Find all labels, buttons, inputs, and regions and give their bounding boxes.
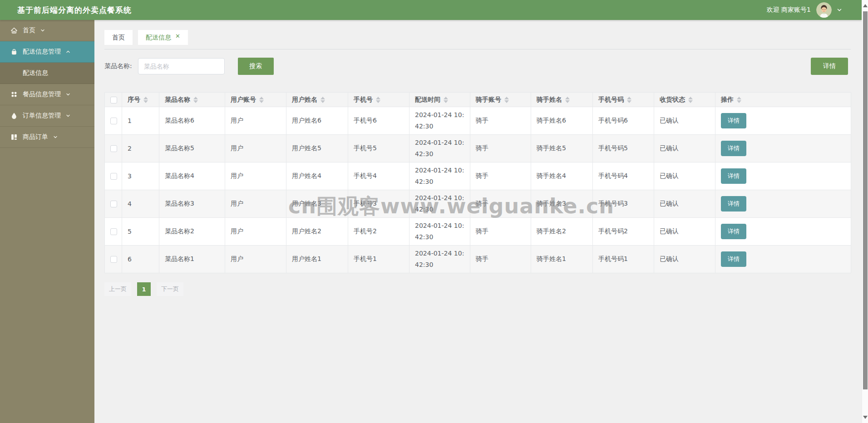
table-header: 序号菜品名称用户账号用户姓名手机号配送时间骑手账号骑手姓名手机号码收货状态操作	[105, 93, 851, 107]
cell-phone: 手机号6	[348, 107, 409, 135]
row-checkbox[interactable]	[110, 173, 117, 180]
row-checkbox[interactable]	[110, 256, 117, 263]
cell-dish-name: 菜品名称6	[159, 107, 225, 135]
cell-rider-phone: 手机号码2	[593, 218, 654, 246]
column-header[interactable]: 菜品名称	[159, 93, 225, 107]
cell-rider-account: 骑手	[470, 190, 531, 218]
chevron-down-icon	[40, 28, 45, 33]
sidebar-item-meal-manage[interactable]: 餐品信息管理	[0, 84, 94, 105]
column-header[interactable]: 骑手姓名	[531, 93, 593, 107]
select-all-checkbox[interactable]	[110, 97, 117, 103]
column-header-label: 菜品名称	[165, 96, 190, 104]
row-select-cell	[105, 218, 122, 246]
cell-user-account: 用户	[225, 246, 286, 273]
cell-receipt-status: 已确认	[654, 162, 715, 190]
cell-rider-phone: 手机号码6	[593, 107, 654, 135]
row-detail-button[interactable]: 详情	[721, 168, 746, 184]
column-header[interactable]: 序号	[122, 93, 159, 107]
tab-home[interactable]: 首页	[104, 30, 133, 45]
tab-label: 首页	[112, 34, 125, 42]
cell-rider-account: 骑手	[470, 107, 531, 135]
scrollbar-thumb[interactable]	[863, 11, 868, 389]
cell-actions: 详情	[715, 190, 851, 218]
cell-rider-account: 骑手	[470, 218, 531, 246]
row-checkbox[interactable]	[110, 145, 117, 152]
cell-rider-name: 骑手姓名4	[531, 162, 593, 190]
cell-user-name: 用户姓名5	[286, 135, 348, 162]
scroll-up-arrow-icon[interactable]	[863, 4, 868, 7]
cell-receipt-status: 已确认	[654, 246, 715, 273]
cell-delivery-time: 2024-01-24 10:42:30	[409, 135, 470, 162]
row-detail-button[interactable]: 详情	[721, 224, 746, 239]
cell-receipt-status: 已确认	[654, 190, 715, 218]
cell-dish-name: 菜品名称2	[159, 218, 225, 246]
page-number-button[interactable]: 1	[137, 282, 151, 296]
column-header[interactable]: 操作	[715, 93, 851, 107]
column-header-label: 手机号	[354, 96, 373, 104]
column-header[interactable]: 手机号	[348, 93, 409, 107]
sort-caret-icon	[565, 97, 570, 103]
cell-rider-phone: 手机号码3	[593, 190, 654, 218]
cell-user-name: 用户姓名6	[286, 107, 348, 135]
sort-caret-icon	[143, 97, 148, 103]
dish-name-input[interactable]	[138, 58, 225, 74]
table-row: 6菜品名称1用户用户姓名1手机号12024-01-24 10:42:30骑手骑手…	[105, 246, 851, 273]
column-header[interactable]: 用户姓名	[286, 93, 348, 107]
tabs-divider	[104, 49, 851, 49]
column-header-label: 收货状态	[660, 96, 685, 104]
row-detail-button[interactable]: 详情	[721, 141, 746, 156]
column-header[interactable]: 收货状态	[654, 93, 715, 107]
user-menu-chevron-down-icon[interactable]	[836, 7, 843, 13]
cell-rider-name: 骑手姓名2	[531, 218, 593, 246]
cell-index: 1	[122, 107, 159, 135]
cell-phone: 手机号1	[348, 246, 409, 273]
tab-close-icon[interactable]: ✕	[175, 33, 180, 39]
search-button[interactable]: 搜索	[238, 58, 274, 75]
tab-delivery-info[interactable]: 配送信息✕	[138, 30, 188, 45]
row-select-cell	[105, 107, 122, 135]
column-header[interactable]: 用户账号	[225, 93, 286, 107]
pagination: 上一页 1 下一页	[104, 282, 183, 296]
cell-actions: 详情	[715, 107, 851, 135]
column-header[interactable]: 手机号码	[593, 93, 654, 107]
sidebar-item-delivery-info[interactable]: 配送信息	[0, 63, 94, 84]
layout-icon	[10, 133, 18, 141]
sidebar-item-goods-order[interactable]: 商品订单	[0, 127, 94, 148]
cell-rider-name: 骑手姓名6	[531, 107, 593, 135]
row-detail-button[interactable]: 详情	[721, 113, 746, 128]
tab-bar: 首页配送信息✕	[104, 30, 188, 45]
avatar[interactable]	[816, 2, 832, 18]
scroll-down-arrow-icon[interactable]	[863, 416, 868, 419]
basket-icon	[10, 48, 18, 56]
cell-phone: 手机号2	[348, 218, 409, 246]
row-detail-button[interactable]: 详情	[721, 251, 746, 267]
row-checkbox[interactable]	[110, 228, 117, 235]
table-row: 1菜品名称6用户用户姓名6手机号62024-01-24 10:42:30骑手骑手…	[105, 107, 851, 135]
row-checkbox[interactable]	[110, 118, 117, 124]
cell-rider-phone: 手机号码4	[593, 162, 654, 190]
cell-user-name: 用户姓名3	[286, 190, 348, 218]
table-body: 1菜品名称6用户用户姓名6手机号62024-01-24 10:42:30骑手骑手…	[105, 107, 851, 273]
column-header[interactable]: 骑手账号	[470, 93, 531, 107]
sidebar-item-label: 订单信息管理	[23, 112, 61, 120]
chevron-down-icon	[65, 113, 71, 118]
cell-index: 2	[122, 135, 159, 162]
sidebar-item-home[interactable]: 首页	[0, 20, 94, 41]
column-header[interactable]: 配送时间	[409, 93, 470, 107]
select-all-header-cell	[105, 93, 122, 107]
detail-toolbar-button[interactable]: 详情	[811, 58, 848, 75]
cell-dish-name: 菜品名称4	[159, 162, 225, 190]
cell-user-name: 用户姓名4	[286, 162, 348, 190]
sidebar-item-delivery-manage[interactable]: 配送信息管理	[0, 41, 94, 63]
cell-delivery-time: 2024-01-24 10:42:30	[409, 162, 470, 190]
next-page-button[interactable]: 下一页	[157, 282, 183, 296]
scrollbar[interactable]	[862, 0, 868, 423]
cell-delivery-time: 2024-01-24 10:42:30	[409, 246, 470, 273]
sidebar-item-order-manage[interactable]: 订单信息管理	[0, 105, 94, 127]
prev-page-button[interactable]: 上一页	[104, 282, 131, 296]
cell-user-account: 用户	[225, 107, 286, 135]
row-detail-button[interactable]: 详情	[721, 196, 746, 212]
sort-caret-icon	[737, 97, 741, 103]
row-checkbox[interactable]	[110, 201, 117, 207]
sidebar-item-label: 餐品信息管理	[23, 90, 61, 98]
